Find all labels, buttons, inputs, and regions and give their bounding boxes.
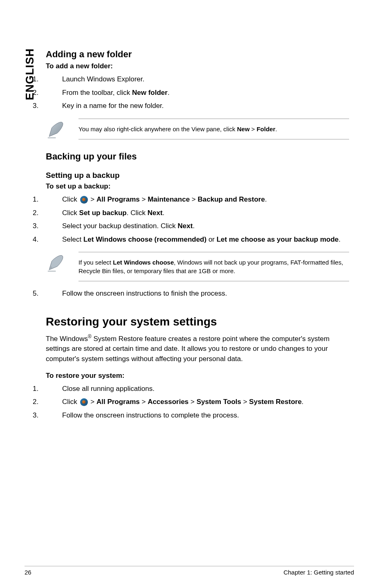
steps-restore: 1.Close all running applications. 2.Clic… xyxy=(46,384,349,421)
restore-body: The Windows® System Restore feature crea… xyxy=(46,333,349,364)
step: 4.Select Let Windows choose (recommended… xyxy=(46,235,349,245)
steps-backup-cont: 5.Follow the onscreen instructions to fi… xyxy=(46,289,349,299)
steps-backup: 1.Click > All Programs > Maintenance > B… xyxy=(46,195,349,245)
chapter-label: Chapter 1: Getting started xyxy=(283,569,354,576)
note-text: You may also right-click anywhere on the… xyxy=(78,119,349,139)
note-add-folder: You may also right-click anywhere on the… xyxy=(46,119,349,140)
step: 3.Follow the onscreen instructions to co… xyxy=(46,411,349,421)
note-text: If you select Let Windows choose, Window… xyxy=(78,252,349,281)
pencil-icon xyxy=(46,119,67,140)
note-backup: If you select Let Windows choose, Window… xyxy=(46,252,349,281)
page-number: 26 xyxy=(25,569,31,576)
subhead-restore: To restore your system: xyxy=(46,372,349,380)
step: 3.Select your backup destination. Click … xyxy=(46,221,349,231)
heading-adding-folder: Adding a new folder xyxy=(46,49,349,60)
steps-add-folder: 1.Launch Windows Explorer. 2.From the to… xyxy=(46,74,349,111)
step: 2.Click Set up backup. Click Next. xyxy=(46,208,349,218)
step: 1.Launch Windows Explorer. xyxy=(46,74,349,85)
start-menu-icon xyxy=(80,196,88,204)
heading-backup: Backing up your files xyxy=(46,151,349,162)
subhead-add-folder: To add a new folder: xyxy=(46,62,349,70)
main-content: Adding a new folder To add a new folder:… xyxy=(46,49,349,421)
start-menu-icon xyxy=(80,398,88,406)
step: 2.Click > All Programs > Accessories > S… xyxy=(46,397,349,407)
subhead-setup-backup: To set up a backup: xyxy=(46,182,349,191)
step: 1.Close all running applications. xyxy=(46,384,349,394)
subheading-setting-backup: Setting up a backup xyxy=(46,171,349,180)
step: 3.Key in a name for the new folder. xyxy=(46,101,349,111)
step: 2.From the toolbar, click New folder. xyxy=(46,88,349,98)
page-footer: 26 Chapter 1: Getting started xyxy=(25,566,354,576)
language-tab: ENGLISH xyxy=(24,48,36,100)
heading-restore: Restoring your system settings xyxy=(46,315,349,328)
pencil-icon xyxy=(46,252,67,273)
step: 5.Follow the onscreen instructions to fi… xyxy=(46,289,349,299)
step: 1.Click > All Programs > Maintenance > B… xyxy=(46,195,349,205)
